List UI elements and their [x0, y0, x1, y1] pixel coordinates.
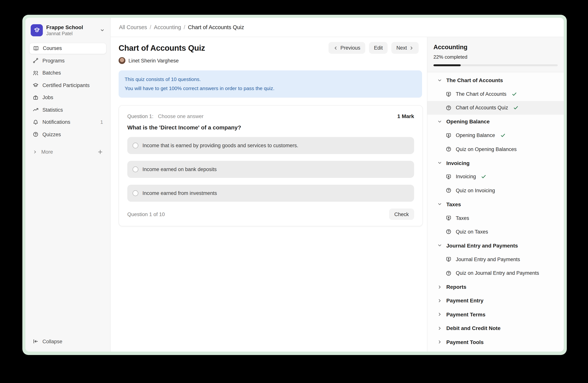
- collapse-button[interactable]: Collapse: [29, 336, 106, 347]
- sidebar-item-statistics[interactable]: Statistics: [29, 104, 106, 116]
- outline-section-opening-balance[interactable]: Opening Balance: [427, 115, 564, 129]
- sidebar-item-courses[interactable]: Courses: [29, 43, 106, 54]
- edit-button[interactable]: Edit: [369, 42, 388, 54]
- breadcrumb-accounting[interactable]: Accounting: [154, 24, 181, 30]
- sidebar-item-label: Jobs: [42, 95, 53, 100]
- users-icon: [33, 70, 39, 76]
- outline-item-label: Invoicing: [456, 174, 476, 180]
- outline-item-label: Quiz on Journal Entry and Payments: [456, 270, 539, 276]
- outline-section-payment-entry[interactable]: Payment Entry: [427, 294, 564, 308]
- chevron-right-icon: [437, 340, 442, 345]
- outline-item-invoicing[interactable]: Invoicing: [427, 170, 564, 184]
- page-title: Chart of Accounts Quiz: [119, 43, 205, 52]
- workspace-switcher[interactable]: Frappe School Jannat Patel: [29, 23, 106, 38]
- outline-item-quiz-on-invoicing[interactable]: Quiz on Invoicing: [427, 184, 564, 197]
- outline-section-payment-terms[interactable]: Payment Terms: [427, 307, 564, 321]
- notification-count-badge: 1: [100, 119, 103, 125]
- outline-item-journal-entry-and-payments[interactable]: Journal Entry and Payments: [427, 252, 564, 266]
- radio-icon[interactable]: [133, 143, 138, 148]
- outline-item-the-chart-of-accounts[interactable]: The Chart of Accounts: [427, 87, 564, 101]
- outline-section-taxes[interactable]: Taxes: [427, 197, 564, 211]
- course-outline: The Chart of AccountsThe Chart of Accoun…: [427, 72, 564, 352]
- outline-item-opening-balance[interactable]: Opening Balance: [427, 129, 564, 142]
- chevron-down-icon: [437, 202, 442, 207]
- radio-icon[interactable]: [133, 167, 138, 172]
- sidebar-item-more[interactable]: More: [29, 147, 106, 158]
- outline-section-label: Reports: [446, 284, 466, 290]
- question-progress: Question 1 of 10: [127, 211, 165, 217]
- sidebar-item-label: Statistics: [42, 107, 63, 113]
- plus-icon[interactable]: [97, 149, 103, 155]
- next-button[interactable]: Next: [391, 42, 419, 54]
- breadcrumb-bar: All Courses/Accounting/Chart of Accounts…: [111, 18, 564, 37]
- answer-option-label: Income earned from investments: [143, 190, 217, 196]
- app-window: Frappe School Jannat Patel CoursesProgra…: [25, 18, 564, 352]
- quiz-icon: [445, 270, 452, 276]
- breadcrumb-all-courses[interactable]: All Courses: [119, 24, 147, 30]
- left-sidebar: Frappe School Jannat Patel CoursesProgra…: [25, 18, 111, 352]
- outline-section-label: Payment Terms: [446, 311, 485, 318]
- question-card: Question 1: Choose one answer 1 Mark Wha…: [119, 105, 423, 226]
- sidebar-nav: CoursesProgramsBatchesCertified Particip…: [29, 43, 106, 141]
- outline-section-the-chart-of-accounts[interactable]: The Chart of Accounts: [427, 74, 564, 87]
- author-avatar: [119, 57, 126, 64]
- sidebar-item-programs[interactable]: Programs: [29, 55, 106, 66]
- outline-item-label: Taxes: [456, 215, 469, 221]
- outline-item-label: Chart of Accounts Quiz: [456, 105, 508, 111]
- check-button[interactable]: Check: [389, 209, 414, 220]
- sidebar-item-quizzes[interactable]: Quizzes: [29, 129, 106, 140]
- course-panel-header: Accounting 22% completed: [427, 37, 564, 72]
- briefcase-icon: [33, 95, 39, 101]
- outline-section-journal-entry-and-payments[interactable]: Journal Entry and Payments: [427, 239, 564, 252]
- answer-option-3[interactable]: Income earned from investments: [127, 185, 414, 202]
- outline-section-label: Payment Entry: [446, 298, 483, 304]
- outline-item-label: Journal Entry and Payments: [456, 257, 520, 262]
- workspace-labels: Frappe School Jannat Patel: [46, 24, 96, 37]
- sidebar-item-label: Quizzes: [42, 132, 61, 137]
- outline-item-quiz-on-opening-balances[interactable]: Quiz on Opening Balances: [427, 142, 564, 156]
- outline-section-reports[interactable]: Reports: [427, 280, 564, 294]
- sidebar-item-notifications[interactable]: Notifications1: [29, 116, 106, 128]
- user-name: Jannat Patel: [46, 31, 96, 37]
- breadcrumb: All Courses/Accounting/Chart of Accounts…: [119, 24, 244, 30]
- previous-button[interactable]: Previous: [329, 42, 365, 54]
- chevron-right-icon: [437, 298, 442, 303]
- outline-section-invoicing[interactable]: Invoicing: [427, 156, 564, 170]
- app-window-frame: Frappe School Jannat Patel CoursesProgra…: [22, 15, 567, 355]
- quiz-icon: [445, 188, 452, 193]
- graduation-cap-icon: [33, 82, 39, 88]
- breadcrumb-chart-of-accounts-quiz: Chart of Accounts Quiz: [188, 24, 244, 30]
- sidebar-item-batches[interactable]: Batches: [29, 67, 106, 79]
- quiz-icon: [445, 105, 452, 111]
- outline-section-debit-and-credit-note[interactable]: Debit and Credit Note: [427, 321, 564, 335]
- next-label: Next: [396, 45, 407, 51]
- course-progress-text: 22% completed: [433, 54, 558, 60]
- chevron-left-icon: [334, 46, 338, 50]
- question-type-hint: Choose one answer: [158, 114, 203, 119]
- question-text: What is the 'Direct Income' of a company…: [127, 124, 414, 131]
- chevron-down-icon[interactable]: [100, 28, 105, 33]
- outline-item-taxes[interactable]: Taxes: [427, 211, 564, 225]
- screen: Frappe School Jannat Patel CoursesProgra…: [0, 0, 588, 383]
- outline-section-label: Opening Balance: [446, 119, 490, 125]
- outline-item-quiz-on-taxes[interactable]: Quiz on Taxes: [427, 225, 564, 239]
- sidebar-item-certified-participants[interactable]: Certified Participants: [29, 80, 106, 91]
- outline-item-label: Opening Balance: [456, 133, 495, 138]
- sidebar-item-label: Batches: [42, 70, 61, 76]
- outline-section-payment-tools[interactable]: Payment Tools: [427, 335, 564, 349]
- sidebar-item-jobs[interactable]: Jobs: [29, 92, 106, 103]
- breadcrumb-separator: /: [184, 24, 185, 30]
- outline-item-quiz-on-journal-entry-and-payments[interactable]: Quiz on Journal Entry and Payments: [427, 266, 564, 280]
- sidebar-item-label: Courses: [43, 46, 62, 51]
- completed-check-icon: [513, 105, 519, 111]
- collapse-label: Collapse: [42, 339, 62, 344]
- chevron-down-icon: [437, 243, 442, 248]
- answer-option-2[interactable]: Income earned on bank deposits: [127, 161, 414, 178]
- outline-item-label: Quiz on Invoicing: [456, 188, 495, 193]
- answer-option-1[interactable]: Income that is earned by providing goods…: [127, 137, 414, 154]
- radio-icon[interactable]: [133, 190, 138, 196]
- outline-item-chart-of-accounts-quiz[interactable]: Chart of Accounts Quiz: [427, 101, 564, 115]
- frappe-school-logo-icon: [31, 24, 43, 36]
- course-progress-fill: [433, 64, 461, 66]
- sidebar-item-label: Notifications: [42, 119, 70, 125]
